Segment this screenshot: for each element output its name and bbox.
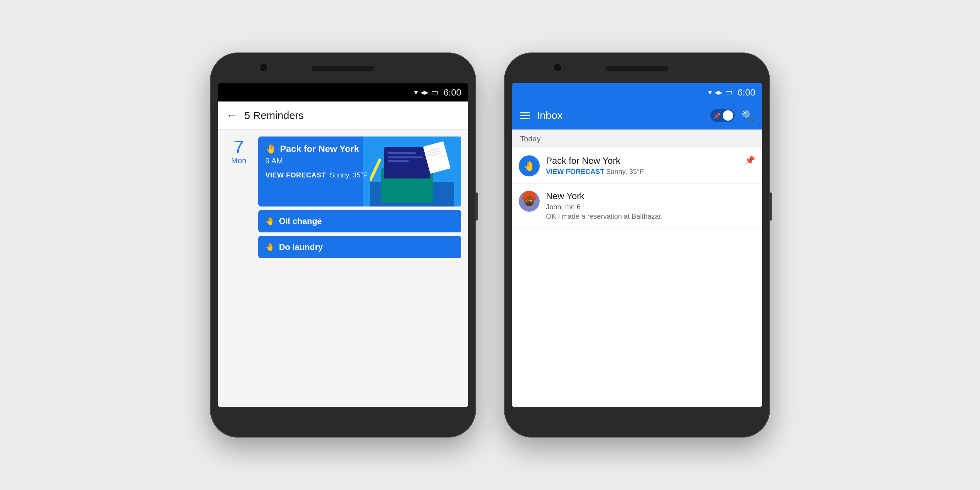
wifi-icon-2: ▾ bbox=[708, 88, 712, 97]
inbox-item-2-meta: John, me 6 bbox=[546, 203, 755, 211]
status-icons-2: ▾ ◂▸ ▭ 6:00 bbox=[708, 87, 755, 98]
date-label: 7 Mon bbox=[225, 137, 253, 258]
section-today: Today bbox=[512, 129, 762, 148]
date-number: 7 bbox=[234, 138, 244, 156]
inbox-item-newyork[interactable]: New York John, me 6 OK I made a reservat… bbox=[512, 184, 762, 228]
inbox-content: Today 🤚 Pack for New York VIEW FORECAST … bbox=[512, 129, 762, 407]
person-avatar-svg bbox=[519, 191, 540, 212]
signal-icon-2: ◂▸ bbox=[715, 88, 722, 97]
search-button[interactable]: 🔍 bbox=[741, 110, 754, 121]
hamburger-menu[interactable] bbox=[520, 112, 530, 119]
inbox-item-1-content: Pack for New York VIEW FORECAST Sunny, 3… bbox=[546, 155, 738, 176]
reminder-title-oil: Oil change bbox=[279, 216, 322, 226]
featured-reminder-title: 🤚 Pack for New York bbox=[265, 143, 454, 154]
reminder-card-laundry[interactable]: 🤚 Do laundry bbox=[258, 236, 461, 258]
view-forecast-label[interactable]: VIEW FORECAST bbox=[265, 171, 326, 179]
reminder-icon-2: 🤚 bbox=[265, 216, 275, 226]
inbox-item-1-details: VIEW FORECAST Sunny, 35°F bbox=[546, 168, 738, 176]
inbox-item-2-title: New York bbox=[546, 191, 755, 202]
toggle-knob bbox=[723, 110, 733, 121]
reminder-date-row: 7 Mon 🤚 Pack for New York 9 AM bbox=[218, 129, 468, 262]
status-time-1: 6:00 bbox=[444, 87, 461, 98]
reminders-content: 7 Mon 🤚 Pack for New York 9 AM bbox=[218, 129, 468, 407]
battery-icon: ▭ bbox=[431, 88, 439, 97]
reminder-card-oil[interactable]: 🤚 Oil change bbox=[258, 210, 461, 232]
inbox-weather: Sunny, 35°F bbox=[606, 168, 644, 175]
featured-reminder-time: 9 AM bbox=[265, 156, 454, 165]
wifi-icon: ▾ bbox=[414, 88, 418, 97]
pin-icon-toggle: 📌 bbox=[714, 112, 721, 119]
inbox-item-2-content: New York John, me 6 OK I made a reservat… bbox=[546, 191, 755, 221]
reminder-hand-icon: 🤚 bbox=[523, 160, 536, 172]
featured-reminder-card[interactable]: 🤚 Pack for New York 9 AM VIEW FORECAST S… bbox=[258, 137, 461, 207]
featured-reminder-text: 🤚 Pack for New York 9 AM VIEW FORECAST S… bbox=[265, 143, 454, 179]
inbox-avatar-person bbox=[519, 191, 540, 212]
phone-2: ▾ ◂▸ ▭ 6:00 Inbox 📌 🔍 T bbox=[504, 52, 770, 438]
inbox-item-pack[interactable]: 🤚 Pack for New York VIEW FORECAST Sunny,… bbox=[512, 148, 762, 184]
weather-info-1: Sunny, 35°F bbox=[329, 171, 368, 179]
phone-2-screen: ▾ ◂▸ ▭ 6:00 Inbox 📌 🔍 T bbox=[512, 83, 762, 407]
back-button[interactable]: ← bbox=[226, 109, 237, 122]
featured-reminder-action: VIEW FORECAST Sunny, 35°F bbox=[265, 171, 454, 179]
status-bar-1: ▾ ◂▸ ▭ 6:00 bbox=[218, 83, 468, 102]
svg-point-20 bbox=[531, 200, 531, 201]
reminder-title-laundry: Do laundry bbox=[279, 242, 323, 252]
inbox-avatar-reminder: 🤚 bbox=[519, 155, 540, 177]
menu-line-1 bbox=[520, 112, 530, 113]
phone-1: ▾ ◂▸ ▭ 6:00 ← 5 Reminders 7 Mon bbox=[210, 52, 476, 438]
menu-line-2 bbox=[520, 115, 530, 116]
pinned-icon: 📌 bbox=[745, 155, 755, 165]
side-button-2 bbox=[769, 192, 772, 221]
date-day: Mon bbox=[231, 156, 247, 165]
signal-icon: ◂▸ bbox=[421, 88, 428, 97]
app-bar-reminders: ← 5 Reminders bbox=[218, 102, 468, 129]
status-icons-1: ▾ ◂▸ ▭ 6:00 bbox=[414, 87, 461, 98]
phone-1-screen: ▾ ◂▸ ▭ 6:00 ← 5 Reminders 7 Mon bbox=[218, 83, 468, 407]
battery-icon-2: ▭ bbox=[725, 88, 733, 97]
svg-point-19 bbox=[527, 200, 528, 201]
inbox-item-1-title: Pack for New York bbox=[546, 155, 738, 166]
menu-line-3 bbox=[520, 118, 530, 119]
reminder-icon-3: 🤚 bbox=[265, 243, 275, 251]
status-time-2: 6:00 bbox=[737, 87, 755, 98]
pin-toggle-button[interactable]: 📌 bbox=[710, 109, 735, 122]
status-bar-2: ▾ ◂▸ ▭ 6:00 bbox=[512, 83, 762, 102]
app-bar-inbox: Inbox 📌 🔍 bbox=[512, 102, 762, 129]
inbox-title: Inbox bbox=[537, 110, 703, 121]
reminders-title: 5 Reminders bbox=[244, 110, 304, 121]
side-button bbox=[475, 192, 478, 221]
reminder-icon-1: 🤚 bbox=[265, 143, 277, 154]
inbox-item-2-body: OK I made a reservation at Balthazar. bbox=[546, 212, 755, 221]
view-forecast-link[interactable]: VIEW FORECAST bbox=[546, 168, 605, 175]
reminders-list: 🤚 Pack for New York 9 AM VIEW FORECAST S… bbox=[258, 137, 461, 258]
svg-point-16 bbox=[526, 202, 533, 206]
